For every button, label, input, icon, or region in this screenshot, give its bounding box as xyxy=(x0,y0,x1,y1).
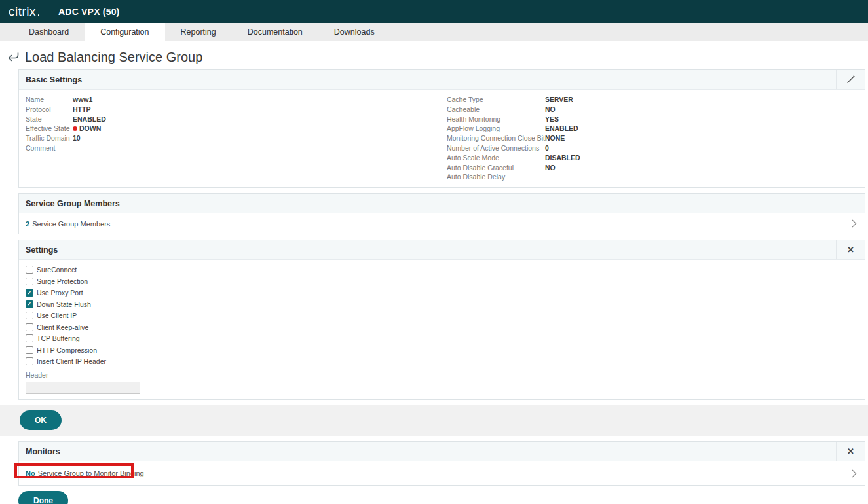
ok-button[interactable]: OK xyxy=(20,410,62,430)
checkbox-down-state-flush[interactable]: Down State Flush xyxy=(26,300,858,308)
checkbox-icon[interactable] xyxy=(26,346,33,354)
page-title: Load Balancing Service Group xyxy=(25,50,202,65)
checkbox-icon[interactable] xyxy=(26,334,33,342)
checkbox-icon[interactable] xyxy=(26,312,33,319)
monitor-binding-prefix: No xyxy=(26,469,35,477)
field-value: NO xyxy=(545,163,556,173)
field-value: HTTP xyxy=(73,105,90,115)
basic-settings-panel: Basic Settings Name www1 Protocol HTTP S… xyxy=(18,69,865,188)
member-count: 2 xyxy=(26,220,29,228)
edit-button[interactable] xyxy=(836,70,865,89)
monitors-panel: Monitors ✕ No Service Group to Monitor B… xyxy=(18,441,865,486)
done-button[interactable]: Done xyxy=(18,491,68,504)
field-label: Comment xyxy=(26,143,73,153)
tab-downloads[interactable]: Downloads xyxy=(318,23,390,41)
service-group-members-link-row[interactable]: 2 Service Group Members xyxy=(19,213,865,234)
field-cacheable: Cacheable NO xyxy=(447,105,858,115)
field-active-connections: Number of Active Connections 0 xyxy=(447,143,858,153)
basic-settings-title: Basic Settings xyxy=(26,75,82,84)
checkbox-use-proxy-port[interactable]: Use Proxy Port xyxy=(26,289,858,297)
field-label: Effective State xyxy=(26,124,73,134)
main-nav: Dashboard Configuration Reporting Docume… xyxy=(0,23,868,41)
checkbox-surge-protection[interactable]: Surge Protection xyxy=(26,278,858,285)
checkbox-icon[interactable] xyxy=(26,323,33,331)
service-group-members-header: Service Group Members xyxy=(19,194,865,213)
checkbox-label: Insert Client IP Header xyxy=(37,357,106,365)
field-effective-state: Effective State DOWN xyxy=(26,124,433,134)
settings-header: Settings ✕ xyxy=(19,240,865,260)
tab-dashboard[interactable]: Dashboard xyxy=(13,23,85,41)
monitors-close-button[interactable]: ✕ xyxy=(836,442,865,461)
field-health-monitoring: Health Monitoring YES xyxy=(447,115,858,124)
checkbox-icon[interactable] xyxy=(26,278,33,285)
field-appflow-logging: AppFlow Logging ENABLED xyxy=(447,124,858,134)
service-group-members-title: Service Group Members xyxy=(26,199,120,208)
tab-configuration[interactable]: Configuration xyxy=(85,23,164,41)
field-state: State ENABLED xyxy=(26,115,433,124)
checkbox-use-client-ip[interactable]: Use Client IP xyxy=(26,312,858,319)
field-label: Health Monitoring xyxy=(447,115,545,124)
field-label: Name xyxy=(26,95,73,105)
settings-title: Settings xyxy=(26,245,58,255)
checkbox-label: HTTP Compression xyxy=(37,346,97,354)
field-traffic-domain: Traffic Domain 10 xyxy=(26,134,433,143)
edit-pencil-icon xyxy=(846,75,856,84)
field-label: Traffic Domain xyxy=(26,134,73,143)
monitors-header: Monitors ✕ xyxy=(19,442,865,461)
field-label: Auto Disable Graceful xyxy=(447,163,545,173)
checkbox-icon[interactable] xyxy=(26,266,33,274)
field-label: State xyxy=(26,115,73,124)
checkbox-label: Use Client IP xyxy=(37,312,77,319)
citrix-logo: citrix xyxy=(9,5,40,19)
field-label: Auto Disable Delay xyxy=(447,172,545,182)
status-down-text: DOWN xyxy=(79,124,101,134)
checkbox-label: TCP Buffering xyxy=(37,334,80,342)
page-title-row: Load Balancing Service Group xyxy=(0,41,868,69)
checkbox-icon[interactable] xyxy=(26,289,33,297)
field-value: NO xyxy=(545,105,556,115)
checkbox-http-compression[interactable]: HTTP Compression xyxy=(26,346,858,354)
checkbox-label: SureConnect xyxy=(37,266,77,274)
basic-settings-left-column: Name www1 Protocol HTTP State ENABLED Ef… xyxy=(19,90,440,187)
field-cache-type: Cache Type SERVER xyxy=(447,95,858,105)
close-icon: ✕ xyxy=(847,245,854,254)
settings-footer-bar: OK xyxy=(0,405,868,436)
status-down-dot xyxy=(73,126,77,131)
checkbox-insert-client-ip-header[interactable]: Insert Client IP Header xyxy=(26,357,858,365)
checkbox-client-keep-alive[interactable]: Client Keep-alive xyxy=(26,323,858,331)
checkbox-icon[interactable] xyxy=(26,357,33,365)
app-header: citrix ADC VPX (50) xyxy=(0,0,868,23)
checkbox-label: Surge Protection xyxy=(37,278,88,285)
citrix-logo-text: citrix xyxy=(9,5,36,18)
field-label: Cache Type xyxy=(447,95,545,105)
member-link-text: Service Group Members xyxy=(32,220,110,228)
checkbox-icon[interactable] xyxy=(26,300,33,308)
field-label: Auto Scale Mode xyxy=(447,153,545,163)
field-label: Protocol xyxy=(26,105,73,115)
field-value: www1 xyxy=(73,95,92,105)
field-label: Monitoring Connection Close Bit xyxy=(447,134,545,143)
checkbox-label: Down State Flush xyxy=(37,300,91,308)
product-title: ADC VPX (50) xyxy=(58,7,119,17)
header-input xyxy=(26,382,140,394)
back-arrow-icon[interactable] xyxy=(6,52,20,63)
tab-reporting[interactable]: Reporting xyxy=(165,23,232,41)
page-footer: Done xyxy=(18,491,868,504)
field-auto-scale-mode: Auto Scale Mode DISABLED xyxy=(447,153,858,163)
checkbox-sureconnect[interactable]: SureConnect xyxy=(26,266,858,274)
settings-close-button[interactable]: ✕ xyxy=(836,240,865,259)
settings-body: SureConnect Surge Protection Use Proxy P… xyxy=(19,260,865,399)
field-name: Name www1 xyxy=(26,95,433,105)
basic-settings-right-column: Cache Type SERVER Cacheable NO Health Mo… xyxy=(440,90,865,187)
tab-documentation[interactable]: Documentation xyxy=(232,23,318,41)
field-value: 0 xyxy=(545,143,549,153)
field-value: DISABLED xyxy=(545,153,580,163)
checkbox-tcp-buffering[interactable]: TCP Buffering xyxy=(26,334,858,342)
checkbox-label: Client Keep-alive xyxy=(37,323,88,331)
field-auto-disable-graceful: Auto Disable Graceful NO xyxy=(447,163,858,173)
field-value: YES xyxy=(545,115,559,124)
monitor-binding-link-row[interactable]: No Service Group to Monitor Binding xyxy=(19,461,865,485)
field-value: DOWN xyxy=(73,124,101,134)
header-field-label: Header xyxy=(26,371,858,379)
field-value: ENABLED xyxy=(73,115,106,124)
